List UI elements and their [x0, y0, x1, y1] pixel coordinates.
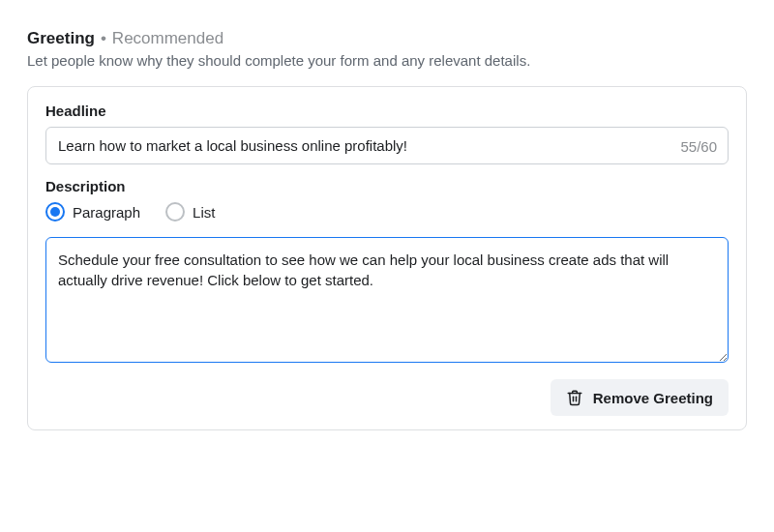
greeting-card: Headline 55/60 Description Paragraph Lis…: [27, 86, 747, 430]
description-type-radio-group: Paragraph List: [45, 202, 729, 222]
radio-paragraph[interactable]: Paragraph: [45, 202, 140, 222]
title-separator: •: [101, 29, 106, 48]
section-header: Greeting • Recommended: [27, 29, 747, 48]
radio-circle-icon: [165, 202, 185, 222]
headline-label: Headline: [45, 103, 729, 119]
section-subtitle: Let people know why they should complete…: [27, 52, 747, 69]
headline-char-count: 55/60: [680, 137, 717, 154]
description-label: Description: [45, 178, 729, 194]
radio-circle-icon: [45, 202, 65, 222]
card-actions: Remove Greeting: [45, 379, 729, 416]
radio-paragraph-label: Paragraph: [73, 204, 140, 221]
section-title: Greeting: [27, 29, 95, 48]
trash-icon: [566, 389, 583, 406]
remove-greeting-button[interactable]: Remove Greeting: [551, 379, 729, 416]
radio-list-label: List: [193, 204, 215, 221]
recommended-badge: Recommended: [112, 29, 223, 48]
headline-input[interactable]: [45, 127, 729, 164]
radio-list[interactable]: List: [165, 202, 215, 222]
headline-field-wrap: 55/60: [45, 127, 729, 164]
description-textarea[interactable]: Schedule your free consultation to see h…: [45, 237, 729, 363]
remove-greeting-label: Remove Greeting: [593, 390, 713, 406]
